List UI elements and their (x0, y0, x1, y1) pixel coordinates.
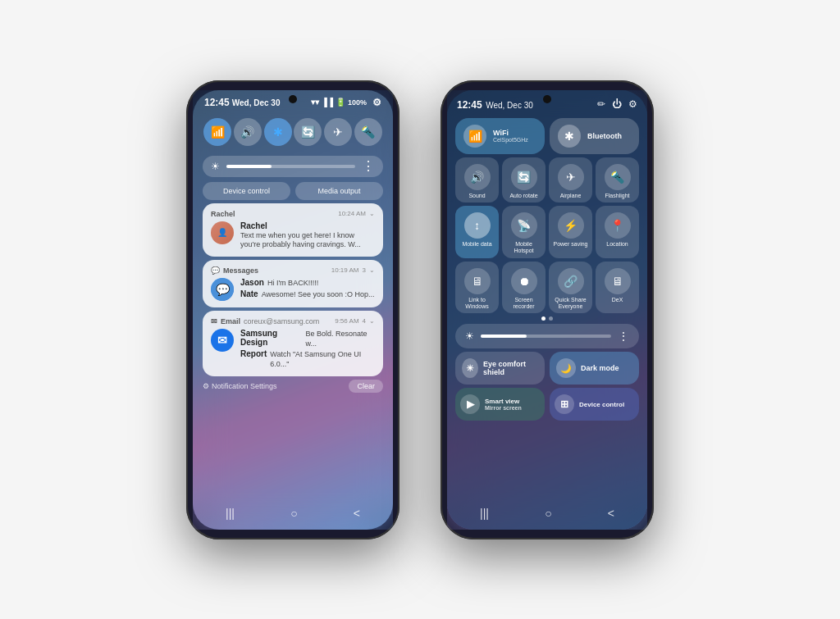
screen-recorder-icon: ⏺ (511, 268, 537, 294)
bt-tile-label: Bluetooth (587, 132, 622, 140)
qs-brightness-bar[interactable]: ☀ ⋮ (455, 324, 639, 348)
qs-bottom-tiles: ▶ Smart view Mirror screen ⊞ Device cont… (455, 388, 639, 421)
expand-email-icon[interactable]: ⌄ (369, 317, 375, 325)
settings-icon-right[interactable]: ⚙ (628, 98, 637, 110)
power-saving-tile[interactable]: ⚡ Power saving (549, 206, 592, 258)
notif-header-rachel: Rachel 10:24 AM ⌄ (211, 210, 375, 218)
email-row2: Report Watch "At Samsung One UI 6.0..." (240, 349, 375, 369)
notification-email[interactable]: ✉ Email coreux@samsung.com 9:56 AM 4 ⌄ ✉ (203, 311, 383, 376)
qs-extra-tiles: ☀ Eye comfort shield 🌙 Dark mode (455, 352, 639, 385)
media-output-btn[interactable]: Media output (295, 182, 383, 200)
rachel-preview: Text me when you get here! I know you're… (240, 231, 375, 250)
jason-preview: Hi I'm BACK!!!!! (267, 279, 318, 289)
page-container: 12:45 Wed, Dec 30 ▾▾ ▐▐ 🔋 100% ⚙ 📶 (0, 0, 840, 619)
email-time: 9:56 AM (335, 317, 358, 325)
wifi-tile-left[interactable]: 📶 (203, 118, 231, 146)
nav-recent-left[interactable]: ||| (226, 507, 235, 520)
bt-big-tile[interactable]: ✱ Bluetooth (550, 118, 639, 154)
email-row2-text: Watch "At Samsung One UI 6.0..." (270, 350, 375, 369)
email-account: coreux@samsung.com (244, 317, 319, 325)
messages-time: 10:19 AM (331, 266, 359, 274)
expand-messages-icon[interactable]: ⌄ (369, 266, 375, 274)
notification-panel: 12:45 Wed, Dec 30 ▾▾ ▐▐ 🔋 100% ⚙ 📶 (193, 90, 393, 530)
location-label: Location (606, 241, 628, 248)
notif-header-messages: 💬 Messages 10:19 AM 3 ⌄ (211, 266, 375, 275)
brightness-icon-left: ☀ (211, 161, 220, 172)
eye-comfort-tile[interactable]: ☀ Eye comfort shield (455, 352, 545, 385)
smart-view-icon: ▶ (460, 394, 480, 414)
qs-header-icons: ✏ ⏻ ⚙ (597, 98, 637, 110)
notification-rachel[interactable]: Rachel 10:24 AM ⌄ 👤 (203, 203, 383, 257)
battery-pct: 100% (348, 98, 367, 107)
hotspot-label: Mobile Hotspot (505, 241, 542, 255)
nav-recent-right[interactable]: ||| (480, 507, 489, 520)
clear-button[interactable]: Clear (349, 380, 383, 393)
rotate-grid-tile[interactable]: 🔄 Auto rotate (502, 157, 546, 203)
flashlight-grid-tile[interactable]: 🔦 Flashlight (596, 157, 639, 203)
power-saving-icon: ⚡ (558, 212, 584, 239)
brightness-bar-left[interactable]: ☀ ⋮ (203, 156, 383, 177)
sound-grid-tile[interactable]: 🔊 Sound (455, 157, 499, 203)
nav-home-left[interactable]: ○ (290, 507, 297, 520)
notif-app-name-rachel: Rachel (211, 210, 235, 218)
mobile-data-tile[interactable]: ↕ Mobile data (455, 206, 499, 258)
rachel-avatar: 👤 (211, 221, 234, 244)
email-avatar: ✉ (211, 329, 234, 352)
mobile-data-label: Mobile data (462, 241, 491, 248)
airplane-grid-tile[interactable]: ✈ Airplane (549, 157, 592, 203)
bt-tile-left[interactable]: ✱ (264, 118, 292, 146)
power-icon[interactable]: ⏻ (612, 98, 622, 110)
nav-bar-right: ||| ○ < (447, 502, 647, 525)
status-time-date: 12:45 Wed, Dec 30 (204, 97, 281, 108)
nav-back-left[interactable]: < (354, 507, 360, 520)
sound-grid-label: Sound (468, 193, 485, 199)
bt-big-icon: ✱ (558, 125, 581, 148)
hotspot-tile[interactable]: 📡 Mobile Hotspot (502, 206, 546, 258)
dark-mode-label: Dark mode (581, 364, 619, 372)
dark-mode-icon: 🌙 (556, 358, 576, 378)
flashlight-tile-left[interactable]: 🔦 (354, 118, 382, 146)
dark-mode-tile[interactable]: 🌙 Dark mode (550, 352, 639, 385)
device-control-btn[interactable]: Device control (203, 182, 290, 200)
quick-share-tile[interactable]: 🔗 Quick Share Everyone (549, 262, 592, 314)
brightness-more-right[interactable]: ⋮ (618, 330, 629, 343)
dex-label: DeX (612, 297, 623, 303)
airplane-tile-left[interactable]: ✈ (324, 118, 352, 146)
wifi-big-tile[interactable]: 📶 WiFi CelSpot5GHz (455, 118, 545, 154)
messages-app-icon: 💬 (211, 266, 220, 275)
sound-tile-left[interactable]: 🔊 (234, 118, 262, 146)
airplane-grid-label: Airplane (560, 193, 582, 199)
brightness-track-left[interactable] (226, 165, 355, 168)
status-icons-left: ▾▾ ▐▐ 🔋 100% ⚙ (311, 97, 381, 108)
power-saving-label: Power saving (553, 241, 587, 248)
email-row1-text: Be Bold. Resonate w... (305, 330, 375, 348)
gear-small-icon: ⚙ (203, 382, 209, 390)
settings-icon[interactable]: ⚙ (372, 97, 381, 108)
brightness-track-right[interactable] (481, 335, 611, 338)
messages-icon: 💬 (211, 278, 234, 301)
rachel-time: 10:24 AM (338, 210, 366, 217)
smart-view-tile[interactable]: ▶ Smart view Mirror screen (455, 388, 545, 421)
email-count: 4 (363, 317, 366, 325)
expand-rachel-icon[interactable]: ⌄ (369, 210, 375, 217)
dex-tile[interactable]: 🖥 DeX (596, 262, 639, 314)
qs-page-dots (447, 316, 647, 321)
screen-recorder-label: Screen recorder (505, 297, 542, 311)
location-tile[interactable]: 📍 Location (596, 206, 639, 258)
flashlight-grid-icon: 🔦 (605, 164, 631, 190)
screen-recorder-tile[interactable]: ⏺ Screen recorder (502, 262, 546, 314)
notification-messages[interactable]: 💬 Messages 10:19 AM 3 ⌄ 💬 (203, 260, 383, 307)
link-windows-tile[interactable]: 🖥 Link to Windows (455, 262, 499, 314)
device-control-tile[interactable]: ⊞ Device control (550, 388, 639, 421)
nav-back-right[interactable]: < (608, 507, 614, 520)
location-icon: 📍 (605, 212, 631, 239)
pencil-icon[interactable]: ✏ (597, 98, 605, 110)
rotate-tile-left[interactable]: 🔄 (294, 118, 322, 146)
nav-home-right[interactable]: ○ (545, 507, 551, 520)
brightness-more-left[interactable]: ⋮ (362, 158, 375, 174)
notif-settings-text[interactable]: ⚙ Notification Settings (203, 382, 277, 390)
messages-text: Jason Hi I'm BACK!!!!! Nate Awesome! See… (240, 278, 375, 299)
jason-sender: Jason (240, 278, 264, 289)
date-left: Wed, Dec 30 (232, 98, 281, 107)
notif-settings-label: Notification Settings (212, 382, 277, 390)
